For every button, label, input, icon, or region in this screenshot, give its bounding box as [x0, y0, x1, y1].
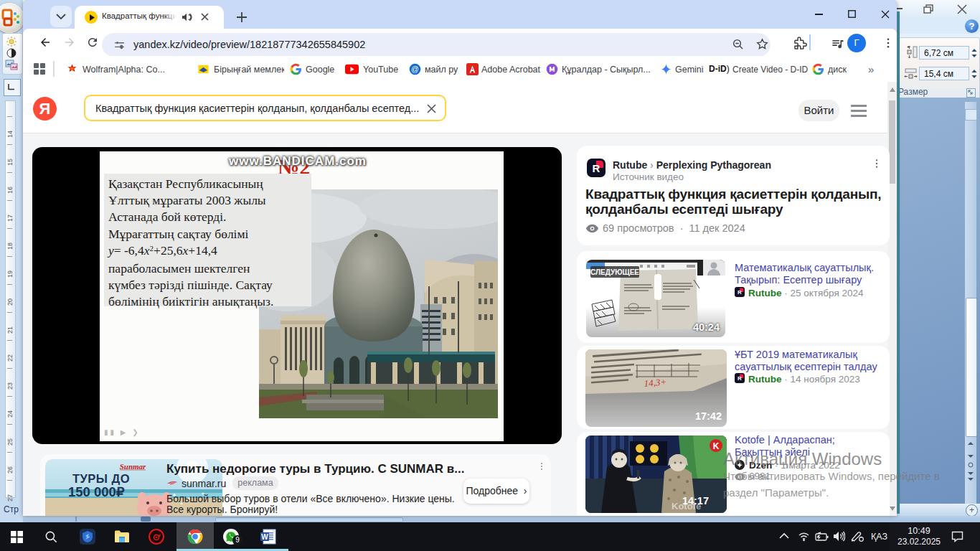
svg-text:R: R	[738, 289, 742, 296]
svg-text:ТУРЫ ДО: ТУРЫ ДО	[72, 472, 130, 485]
svg-text:40:24: 40:24	[693, 321, 720, 333]
svg-text:R: R	[593, 162, 600, 174]
svg-text:14,3+: 14,3+	[644, 376, 667, 389]
svg-text:150 000₽: 150 000₽	[68, 484, 125, 499]
svg-text:Sunmar: Sunmar	[120, 462, 146, 471]
svg-text:K: K	[713, 441, 720, 451]
svg-text:R: R	[738, 375, 742, 382]
svg-text:W: W	[261, 533, 268, 541]
svg-text:14:17: 14:17	[682, 495, 709, 507]
svg-text:СЛЕДУЮЩЕЕ: СЛЕДУЮЩЕЕ	[590, 268, 639, 276]
svg-text:17:42: 17:42	[695, 410, 722, 422]
